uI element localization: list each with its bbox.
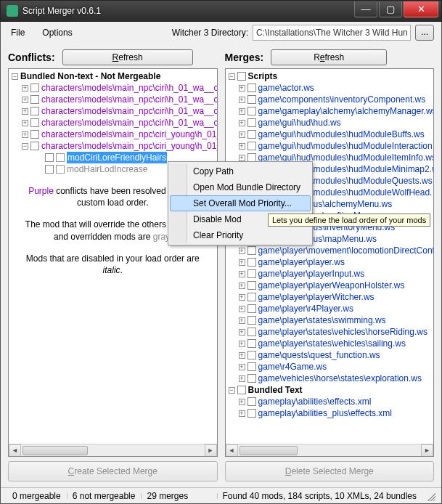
expand-icon[interactable]	[239, 329, 245, 336]
checkbox[interactable]	[30, 142, 39, 150]
collapse-icon[interactable]	[229, 387, 235, 394]
scroll-thumb[interactable]	[22, 446, 88, 455]
checkbox[interactable]	[247, 316, 256, 325]
expand-icon[interactable]	[239, 341, 245, 347]
tree-item[interactable]: game\gui\hud\modules\hudModuleBuffs.ws	[227, 129, 434, 140]
menu-options[interactable]: Options	[39, 26, 75, 39]
expand-icon[interactable]	[239, 364, 245, 370]
expand-icon[interactable]	[239, 352, 245, 359]
checkbox[interactable]	[45, 165, 54, 174]
checkbox[interactable]	[247, 397, 256, 406]
conflicts-refresh-button[interactable]: Refresh	[62, 49, 193, 65]
merges-tree[interactable]: Scriptsgame\actor.wsgame\components\inve…	[225, 68, 435, 457]
ctx-copy-path[interactable]: Copy Path	[170, 163, 311, 179]
expand-icon[interactable]	[239, 108, 245, 115]
checkbox[interactable]	[30, 107, 39, 115]
checkbox[interactable]	[247, 118, 256, 127]
checkbox[interactable]	[247, 362, 256, 371]
collapse-icon[interactable]	[229, 73, 235, 80]
checkbox[interactable]	[247, 84, 256, 92]
tree-item[interactable]: characters\models\main_npc\ciri_young\h_…	[10, 129, 217, 140]
expand-icon[interactable]	[239, 155, 245, 161]
tree-item[interactable]: game\gameplay\alchemy\alchemyManager.ws	[227, 105, 434, 117]
scroll-right-icon[interactable]: ►	[205, 444, 217, 457]
expand-icon[interactable]	[239, 317, 245, 324]
delete-merge-button[interactable]: Delete Selected Merge	[225, 461, 435, 481]
tree-item[interactable]: game\player\playerWitcher.ws	[227, 291, 434, 303]
tree-root[interactable]: Bundled Text	[227, 384, 434, 396]
tree-item[interactable]: game\player\states\vehicles\horseRiding.…	[227, 326, 434, 338]
expand-icon[interactable]	[22, 108, 28, 115]
checkbox[interactable]	[237, 72, 246, 81]
checkbox[interactable]	[247, 269, 256, 278]
expand-icon[interactable]	[22, 120, 28, 126]
expand-icon[interactable]	[239, 375, 245, 382]
expand-icon[interactable]	[239, 399, 245, 405]
collapse-icon[interactable]	[22, 143, 28, 150]
checkbox[interactable]	[247, 328, 256, 336]
ctx-set-priority[interactable]: Set Overall Mod Priority...	[170, 195, 311, 211]
tree-item[interactable]: characters\models\main_npc\ciri_young\h_…	[10, 140, 217, 152]
tree-item[interactable]: game\actor.ws	[227, 82, 434, 94]
expand-icon[interactable]	[239, 283, 245, 289]
scroll-left-icon[interactable]: ◄	[9, 444, 21, 457]
checkbox[interactable]	[30, 95, 39, 104]
tree-item[interactable]: game\components\inventoryComponent.ws	[227, 94, 434, 105]
directory-input[interactable]	[253, 25, 411, 41]
checkbox[interactable]	[30, 130, 39, 139]
resize-grip-icon[interactable]	[425, 491, 435, 501]
browse-button[interactable]: ...	[415, 25, 434, 41]
tree-item[interactable]: characters\models\main_npc\ciri\h_01_wa_…	[10, 105, 217, 117]
checkbox[interactable]	[30, 84, 39, 92]
tree-item[interactable]: game\gui\hud\modules\hudModuleInteractio…	[227, 140, 434, 152]
ctx-clear-priority[interactable]: Clear Priority	[170, 227, 311, 243]
expand-icon[interactable]	[22, 97, 28, 103]
checkbox[interactable]	[30, 118, 39, 127]
expand-icon[interactable]	[239, 306, 245, 312]
checkbox[interactable]	[45, 153, 54, 162]
expand-icon[interactable]	[239, 120, 245, 126]
tree-item[interactable]: game\player\playerWeaponHolster.ws	[227, 280, 434, 291]
checkbox[interactable]	[247, 304, 256, 313]
menu-file[interactable]: File	[8, 26, 28, 39]
expand-icon[interactable]	[22, 131, 28, 138]
checkbox[interactable]	[247, 339, 256, 348]
tree-item[interactable]: characters\models\main_npc\ciri\h_01_wa_…	[10, 82, 217, 94]
tree-item[interactable]: characters\models\main_npc\ciri\h_01_wa_…	[10, 117, 217, 129]
expand-icon[interactable]	[239, 143, 245, 150]
tree-item[interactable]: gameplay\abilities_plus\effects.xml	[227, 407, 434, 419]
create-merge-button[interactable]: Create Selected Merge	[8, 461, 218, 481]
tree-item[interactable]: game\player\states\swimming.ws	[227, 314, 434, 326]
maximize-button[interactable]: ▢	[379, 1, 402, 17]
titlebar[interactable]: Script Merger v0.6.1 ― ▢ ✕	[0, 0, 442, 22]
minimize-button[interactable]: ―	[354, 1, 377, 17]
tree-item[interactable]: game\gui\hud\hud.ws	[227, 117, 434, 129]
tree-item[interactable]: game\player\states\vehicles\sailing.ws	[227, 338, 434, 349]
hscrollbar[interactable]: ◄ ►	[9, 444, 217, 456]
tree-item[interactable]: game\player\playerInput.ws	[227, 268, 434, 280]
expand-icon[interactable]	[239, 248, 245, 254]
tree-item[interactable]: game\r4Game.ws	[227, 361, 434, 373]
checkbox[interactable]	[247, 351, 256, 359]
expand-icon[interactable]	[22, 85, 28, 92]
tree-root[interactable]: Scripts	[227, 70, 434, 82]
tree-item[interactable]: game\player\movement\locomotionDirectCon…	[227, 245, 434, 256]
tree-item[interactable]: gameplay\abilities\effects.xml	[227, 396, 434, 407]
tree-item[interactable]: game\quests\quest_function.ws	[227, 349, 434, 361]
expand-icon[interactable]	[239, 259, 245, 266]
expand-icon[interactable]	[239, 131, 245, 138]
tree-item[interactable]: game\vehicles\horse\states\exploration.w…	[227, 373, 434, 384]
tree-item[interactable]: characters\models\main_npc\ciri\h_01_wa_…	[10, 94, 217, 105]
checkbox[interactable]	[247, 107, 256, 115]
hscrollbar[interactable]: ◄ ►	[226, 444, 434, 456]
tree-item[interactable]: game\player\r4Player.ws	[227, 303, 434, 314]
scroll-right-icon[interactable]: ►	[421, 444, 433, 457]
scroll-thumb[interactable]	[240, 446, 298, 455]
expand-icon[interactable]	[239, 97, 245, 103]
checkbox[interactable]	[247, 281, 256, 290]
checkbox[interactable]	[247, 409, 256, 418]
close-button[interactable]: ✕	[404, 1, 438, 17]
expand-icon[interactable]	[239, 271, 245, 277]
checkbox[interactable]	[247, 142, 256, 150]
checkbox[interactable]	[247, 293, 256, 301]
